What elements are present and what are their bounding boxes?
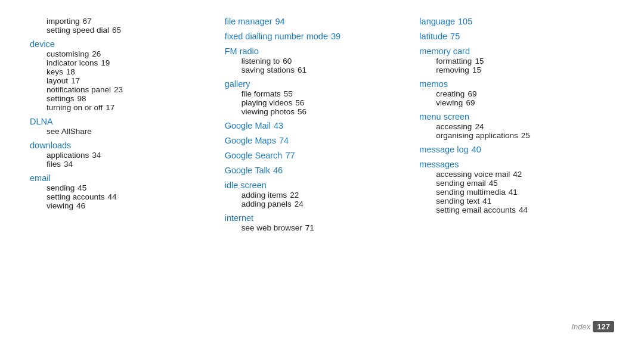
sub-term: file formats bbox=[242, 89, 281, 98]
term: memos bbox=[419, 79, 448, 89]
term: FM radio bbox=[225, 46, 259, 56]
term-line: email bbox=[30, 173, 219, 183]
sub-entry: see web browser71 bbox=[225, 223, 414, 232]
term-line: menu screen bbox=[419, 112, 608, 121]
sub-term: creating bbox=[436, 89, 465, 98]
term: internet bbox=[225, 213, 253, 223]
sub-number: 23 bbox=[114, 85, 123, 94]
sub-term: sending text bbox=[436, 197, 479, 205]
index-group: internetsee web browser71 bbox=[225, 213, 414, 232]
index-group: language105 bbox=[419, 17, 608, 27]
sub-entry: setting accounts44 bbox=[30, 192, 219, 201]
index-group: downloadsapplications34files34 bbox=[30, 141, 219, 169]
index-group: message log40 bbox=[419, 145, 608, 155]
sub-term: sending email bbox=[436, 179, 485, 188]
sub-number: 67 bbox=[83, 17, 92, 26]
sub-number: 22 bbox=[290, 191, 299, 200]
term-line: Google Mail43 bbox=[225, 121, 414, 130]
sub-entry: files34 bbox=[30, 160, 219, 169]
sub-term: see AllShare bbox=[47, 127, 92, 136]
sub-term: accessing voice mail bbox=[436, 170, 510, 179]
index-group: Google Talk46 bbox=[225, 166, 414, 176]
term-line: internet bbox=[225, 213, 414, 223]
sub-entry: adding items22 bbox=[225, 191, 414, 200]
index-group: emailsending45setting accounts44viewing4… bbox=[30, 173, 219, 210]
sub-number: 24 bbox=[475, 122, 484, 131]
term: Google Talk bbox=[225, 166, 270, 175]
sub-number: 41 bbox=[482, 197, 491, 205]
term-number: 46 bbox=[273, 166, 283, 175]
term-line: language105 bbox=[419, 17, 608, 26]
term-line: Google Search77 bbox=[225, 151, 414, 160]
sub-entry: keys18 bbox=[30, 67, 219, 76]
sub-term: viewing bbox=[436, 98, 463, 107]
page: importing67setting speed dial65devicecus… bbox=[0, 0, 644, 349]
sub-entry: indicator icons19 bbox=[30, 58, 219, 67]
sub-entry: customising26 bbox=[30, 49, 219, 58]
index-group: messagesaccessing voice mail42sending em… bbox=[419, 160, 608, 214]
term: language bbox=[419, 17, 455, 26]
sub-number: 71 bbox=[305, 223, 314, 232]
sub-entry: sending45 bbox=[30, 183, 219, 192]
sub-term: sending bbox=[47, 183, 75, 192]
term-line: idle screen bbox=[225, 180, 414, 190]
term: DLNA bbox=[30, 117, 53, 126]
sub-number: 55 bbox=[284, 89, 293, 98]
term: gallery bbox=[225, 79, 250, 89]
sub-entry: formatting15 bbox=[419, 57, 608, 66]
sub-number: 69 bbox=[466, 98, 475, 107]
sub-term: viewing bbox=[47, 201, 73, 210]
sub-entry: viewing photos56 bbox=[225, 107, 414, 116]
sub-entry: playing videos56 bbox=[225, 98, 414, 107]
index-group: Google Mail43 bbox=[225, 121, 414, 131]
term-number: 105 bbox=[458, 17, 472, 26]
term: Google Maps bbox=[225, 136, 276, 145]
term: device bbox=[30, 39, 55, 49]
term-number: 74 bbox=[279, 136, 289, 145]
column-2: file manager94fixed dialling number mode… bbox=[225, 17, 420, 316]
sub-entry: creating69 bbox=[419, 89, 608, 98]
sub-number: 25 bbox=[521, 131, 530, 140]
sub-term: applications bbox=[47, 151, 89, 160]
term: idle screen bbox=[225, 180, 267, 190]
term-line: DLNA bbox=[30, 117, 219, 126]
index-group: latitude75 bbox=[419, 32, 608, 42]
term-line: messages bbox=[419, 160, 608, 169]
term-line: Google Talk46 bbox=[225, 166, 414, 175]
term-line: file manager94 bbox=[225, 17, 414, 26]
term-line: FM radio bbox=[225, 46, 414, 56]
sub-entry: viewing69 bbox=[419, 98, 608, 107]
term: latitude bbox=[419, 32, 447, 41]
sub-entry: settings98 bbox=[30, 94, 219, 103]
sub-term: importing bbox=[47, 17, 80, 26]
term: file manager bbox=[225, 17, 273, 26]
term: memory card bbox=[419, 46, 470, 56]
term: menu screen bbox=[419, 112, 469, 121]
index-group: FM radiolistening to60saving stations61 bbox=[225, 46, 414, 74]
sub-number: 18 bbox=[66, 67, 75, 76]
index-columns: importing67setting speed dial65devicecus… bbox=[30, 17, 614, 316]
sub-number: 69 bbox=[467, 89, 476, 98]
term-line: fixed dialling number mode39 bbox=[225, 32, 414, 41]
sub-number: 15 bbox=[475, 57, 484, 66]
sub-number: 24 bbox=[295, 200, 304, 208]
sub-term: files bbox=[47, 160, 61, 169]
sub-entry: listening to60 bbox=[225, 57, 414, 66]
index-group: DLNAsee AllShare bbox=[30, 117, 219, 136]
sub-entry: saving stations61 bbox=[225, 66, 414, 74]
sub-entry: file formats55 bbox=[225, 89, 414, 98]
sub-entry: sending multimedia41 bbox=[419, 188, 608, 197]
column-3: language105latitude75memory cardformatti… bbox=[419, 17, 614, 316]
sub-term: adding panels bbox=[242, 200, 292, 208]
sub-entry: turning on or off17 bbox=[30, 103, 219, 112]
sub-number: 46 bbox=[76, 201, 85, 210]
sub-entry: accessing voice mail42 bbox=[419, 170, 608, 179]
sub-number: 45 bbox=[489, 179, 498, 188]
term-line: memory card bbox=[419, 46, 608, 56]
sub-term: settings bbox=[47, 94, 75, 103]
sub-entry: layout17 bbox=[30, 76, 219, 85]
sub-term: setting accounts bbox=[47, 192, 105, 201]
index-group: galleryfile formats55playing videos56vie… bbox=[225, 79, 414, 116]
sub-term: removing bbox=[436, 66, 469, 74]
term-line: memos bbox=[419, 79, 608, 89]
